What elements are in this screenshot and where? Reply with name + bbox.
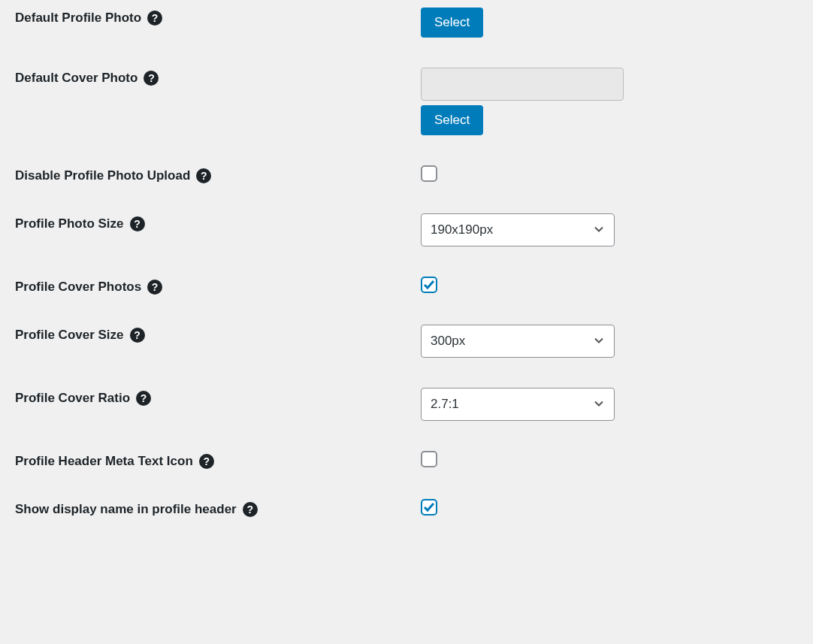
checkbox-show-display-name-in-profile-header[interactable] <box>421 499 437 516</box>
checkmark-icon <box>423 501 435 513</box>
row-profile-photo-size: Profile Photo Size ? 190x190px <box>0 198 813 262</box>
control-col: Select <box>421 8 483 38</box>
label-col: Profile Photo Size ? <box>15 213 421 231</box>
row-profile-cover-size: Profile Cover Size ? 300px <box>0 310 813 373</box>
label-col: Profile Cover Size ? <box>15 325 421 343</box>
label-profile-photo-size: Profile Photo Size <box>15 216 124 231</box>
row-profile-header-meta-text-icon: Profile Header Meta Text Icon ? <box>0 436 813 484</box>
help-icon[interactable]: ? <box>130 328 145 343</box>
control-col: Select <box>421 68 624 135</box>
label-col: Default Profile Photo ? <box>15 8 421 26</box>
label-profile-header-meta-text-icon: Profile Header Meta Text Icon <box>15 454 193 469</box>
help-icon[interactable]: ? <box>196 168 211 183</box>
cover-photo-preview <box>421 68 624 101</box>
label-show-display-name-in-profile-header: Show display name in profile header <box>15 502 237 517</box>
select-wrap: 190x190px <box>421 213 615 246</box>
label-default-cover-photo: Default Cover Photo <box>15 71 138 86</box>
label-profile-cover-photos: Profile Cover Photos <box>15 280 141 295</box>
label-profile-cover-ratio: Profile Cover Ratio <box>15 391 130 406</box>
checkbox-disable-profile-photo-upload[interactable] <box>421 165 437 182</box>
select-wrap: 300px <box>421 325 615 358</box>
label-col: Profile Cover Ratio ? <box>15 388 421 406</box>
control-col: 190x190px <box>421 213 615 246</box>
control-col <box>421 277 437 293</box>
label-col: Show display name in profile header ? <box>15 499 421 517</box>
label-col: Default Cover Photo ? <box>15 68 421 86</box>
label-col: Profile Header Meta Text Icon ? <box>15 451 421 469</box>
select-profile-photo-size[interactable]: 190x190px <box>421 213 615 246</box>
help-icon[interactable]: ? <box>147 280 162 295</box>
control-col <box>421 165 437 182</box>
label-default-profile-photo: Default Profile Photo <box>15 11 141 26</box>
label-col: Profile Cover Photos ? <box>15 277 421 295</box>
label-profile-cover-size: Profile Cover Size <box>15 328 124 343</box>
help-icon[interactable]: ? <box>130 216 145 231</box>
checkbox-profile-header-meta-text-icon[interactable] <box>421 451 437 467</box>
help-icon[interactable]: ? <box>199 454 214 469</box>
row-show-display-name-in-profile-header: Show display name in profile header ? <box>0 484 813 532</box>
control-col <box>421 499 437 516</box>
select-cover-photo-button[interactable]: Select <box>421 105 483 135</box>
row-default-profile-photo: Default Profile Photo ? Select <box>0 8 813 53</box>
checkbox-profile-cover-photos[interactable] <box>421 277 437 293</box>
label-col: Disable Profile Photo Upload ? <box>15 165 421 183</box>
select-value: 300px <box>431 334 465 349</box>
select-value: 190x190px <box>431 222 493 237</box>
row-default-cover-photo: Default Cover Photo ? Select <box>0 53 813 150</box>
help-icon[interactable]: ? <box>144 71 159 86</box>
select-profile-photo-button[interactable]: Select <box>421 8 483 38</box>
checkmark-icon <box>423 279 435 291</box>
label-disable-profile-photo-upload: Disable Profile Photo Upload <box>15 168 190 183</box>
row-disable-profile-photo-upload: Disable Profile Photo Upload ? <box>0 150 813 198</box>
help-icon[interactable]: ? <box>243 502 258 517</box>
select-profile-cover-size[interactable]: 300px <box>421 325 615 358</box>
select-wrap: 2.7:1 <box>421 388 615 421</box>
help-icon[interactable]: ? <box>136 391 151 406</box>
select-profile-cover-ratio[interactable]: 2.7:1 <box>421 388 615 421</box>
row-profile-cover-photos: Profile Cover Photos ? <box>0 262 813 310</box>
help-icon[interactable]: ? <box>147 11 162 26</box>
select-value: 2.7:1 <box>431 397 459 412</box>
control-col: 2.7:1 <box>421 388 615 421</box>
row-profile-cover-ratio: Profile Cover Ratio ? 2.7:1 <box>0 373 813 436</box>
control-col: 300px <box>421 325 615 358</box>
control-col <box>421 451 437 467</box>
